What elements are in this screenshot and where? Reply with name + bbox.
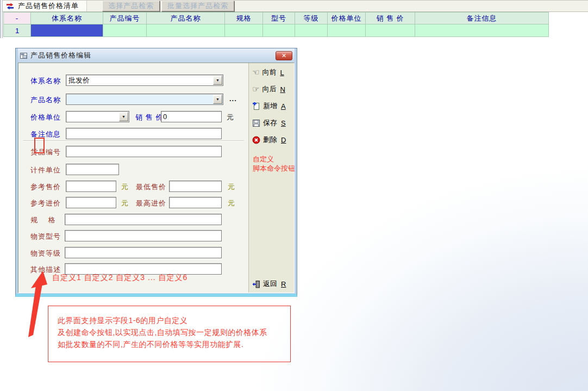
col-header-sale-price: 销 售 价 — [366, 13, 415, 24]
forward-button[interactable]: ☜ 向前L — [252, 67, 284, 78]
col-header-model: 型号 — [263, 13, 295, 24]
system-name-label: 体系名称 — [30, 75, 61, 86]
cell-sale-price[interactable] — [366, 24, 415, 37]
material-model-input[interactable] — [65, 230, 222, 241]
delete-button[interactable]: 删除D — [252, 134, 286, 145]
edit-price-dialog: 产品销售价格编辑 ✕ 体系名称 批发价 ▼ 产品名称 ▼ ... 价格单位 ▼ — [15, 48, 297, 297]
close-icon[interactable]: ✕ — [276, 51, 292, 60]
ref-purchase-unit: 元 — [121, 197, 128, 209]
cell-price-unit[interactable] — [328, 24, 366, 37]
custom-fields-note: 自定义1 自定义2 自定义3 ... 自定义6 — [52, 273, 187, 283]
cell-spec[interactable] — [225, 24, 263, 37]
price-unit-label: 价格单位 — [30, 111, 61, 123]
window-icon — [20, 53, 27, 59]
ref-sale-unit: 元 — [121, 181, 128, 193]
material-grade-input[interactable] — [65, 247, 222, 258]
col-header-system-name: 体系名称 — [31, 13, 103, 24]
max-purchase-label: 最高进价 — [136, 197, 166, 209]
table-row: 1 — [4, 24, 549, 37]
more-button[interactable]: ... — [229, 95, 237, 103]
product-name-combobox[interactable]: ▼ — [66, 94, 223, 105]
spec-input[interactable] — [65, 214, 222, 225]
cell-model[interactable] — [263, 24, 295, 37]
ref-purchase-input[interactable] — [66, 197, 116, 208]
note-line-1: 此界面支持显示字段1-6的用户自定义 — [58, 314, 290, 326]
col-header-remark: 备注信息 — [415, 13, 549, 24]
max-purchase-unit: 元 — [228, 197, 235, 209]
chevron-down-icon[interactable]: ▼ — [119, 112, 128, 121]
col-header-product-name: 产品名称 — [147, 13, 225, 24]
chevron-down-icon[interactable]: ▼ — [213, 76, 222, 85]
max-purchase-input[interactable] — [169, 197, 222, 208]
cell-product-name[interactable] — [147, 24, 225, 37]
panel-note-line2: 脚本命令按钮 — [253, 164, 295, 173]
product-name-label: 产品名称 — [30, 94, 61, 105]
panel-note-line1: 自定义 — [253, 154, 274, 164]
remark-input[interactable] — [66, 128, 222, 139]
hand-left-icon: ☜ — [252, 69, 259, 77]
cell-remark[interactable] — [415, 24, 549, 37]
min-sale-input[interactable] — [169, 181, 222, 192]
section-divider — [23, 140, 244, 141]
col-header-grade: 等级 — [295, 13, 328, 24]
spec-label: 规 格 — [30, 214, 55, 226]
note-line-3: 如批发数量的不同,产生的不同价格等等实用功能扩展. — [58, 338, 290, 350]
col-header-product-no: 产品编号 — [103, 13, 147, 24]
note-box: 此界面支持显示字段1-6的用户自定义 及创建命令按钮,以实现点击,自动填写按一定… — [48, 306, 291, 362]
piece-unit-input[interactable] — [66, 164, 119, 175]
select-product-search-button[interactable]: 选择产品检索 — [102, 1, 160, 11]
cell-grade[interactable] — [295, 24, 328, 37]
return-button[interactable]: 返回R — [252, 278, 286, 289]
col-header-price-unit: 价格单位 — [328, 13, 366, 24]
ref-purchase-label: 参考进价 — [30, 197, 61, 209]
grid-corner-header: - — [4, 13, 31, 24]
sale-price-label: 销 售 价 — [135, 111, 163, 123]
top-tab-bar: 产品销售价格清单 选择产品检索 批量选择产品检索 — [3, 0, 588, 12]
material-grade-label: 物资等级 — [30, 247, 61, 259]
exit-door-icon — [252, 280, 260, 288]
backward-button[interactable]: ☞ 向后N — [252, 84, 285, 95]
floppy-disk-icon — [252, 119, 260, 127]
chevron-down-icon[interactable]: ▼ — [213, 95, 222, 104]
add-button[interactable]: 新增A — [252, 101, 286, 111]
dialog-titlebar[interactable]: 产品销售价格编辑 ✕ — [18, 48, 295, 63]
save-button[interactable]: 保存S — [252, 117, 286, 128]
dialog-form: 体系名称 批发价 ▼ 产品名称 ▼ ... 价格单位 ▼ 销 售 价 元 备注信… — [18, 63, 248, 293]
dialog-side-panel: ☜ 向前L ☞ 向后N 新增A — [248, 63, 294, 293]
col-header-spec: 规格 — [225, 13, 263, 24]
delete-circle-icon — [252, 136, 260, 144]
price-unit-combobox[interactable]: ▼ — [66, 111, 129, 122]
hand-right-icon: ☞ — [252, 85, 259, 94]
min-sale-label: 最低售价 — [136, 181, 166, 193]
ref-sale-input[interactable] — [66, 181, 116, 192]
piece-unit-label: 计件单位 — [30, 164, 61, 176]
cell-product-no[interactable] — [103, 24, 147, 37]
batch-select-product-search-button[interactable]: 批量选择产品检索 — [161, 1, 234, 11]
min-sale-unit: 元 — [228, 181, 235, 193]
swap-arrows-icon — [6, 2, 14, 10]
selected-cell-system-name[interactable] — [31, 24, 103, 37]
row-number-cell[interactable]: 1 — [4, 24, 31, 37]
grid-header-row: - 体系名称 产品编号 产品名称 规格 型号 等级 价格单位 销 售 价 备注信… — [4, 13, 549, 24]
note-line-2: 及创建命令按钮,以实现点击,自动填写按一定规则的价格体系 — [58, 326, 290, 338]
goods-no-input[interactable] — [66, 146, 222, 157]
sale-price-unit: 元 — [227, 111, 234, 123]
price-list-grid: - 体系名称 产品编号 产品名称 规格 型号 等级 价格单位 销 售 价 备注信… — [3, 12, 549, 37]
tab-price-list[interactable]: 产品销售价格清单 — [3, 1, 87, 11]
ref-sale-label: 参考售价 — [30, 181, 61, 193]
new-page-icon — [252, 102, 260, 110]
dialog-title: 产品销售价格编辑 — [30, 51, 272, 60]
material-model-label: 物资型号 — [30, 231, 61, 242]
dialog-client-area: 体系名称 批发价 ▼ 产品名称 ▼ ... 价格单位 ▼ 销 售 价 元 备注信… — [18, 63, 295, 293]
red-arrow-annotation — [23, 269, 57, 339]
tab-title: 产品销售价格清单 — [18, 1, 79, 11]
system-name-combobox[interactable]: 批发价 ▼ — [66, 75, 223, 86]
sale-price-input[interactable] — [161, 111, 222, 122]
red-highlight-rectangle — [34, 138, 45, 153]
